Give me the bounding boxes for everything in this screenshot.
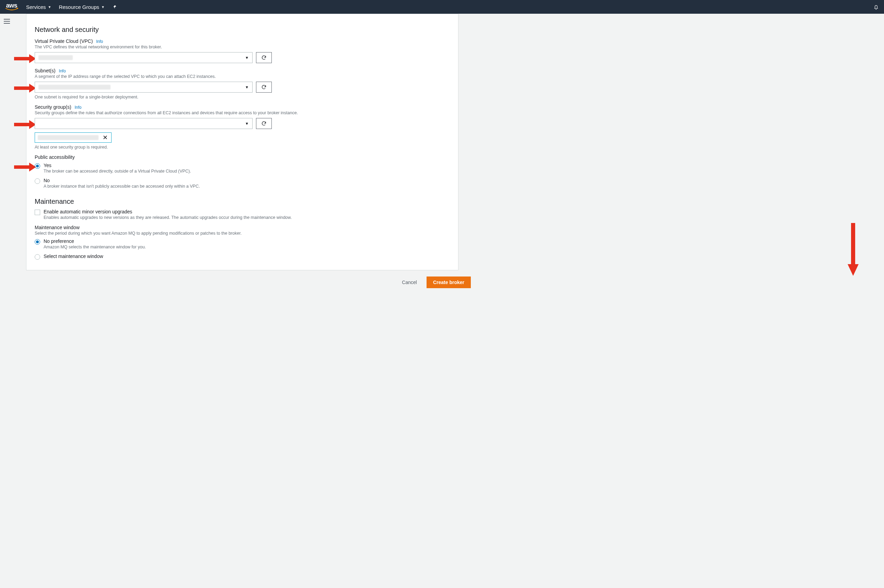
maint-nopref-desc: Amazon MQ selects the maintenance window…: [44, 244, 146, 249]
nav-services[interactable]: Services ▼: [26, 4, 51, 10]
subnet-info-link[interactable]: Info: [59, 69, 66, 74]
nav-resource-groups[interactable]: Resource Groups ▼: [59, 4, 104, 10]
pin-icon[interactable]: [112, 4, 117, 9]
sg-select[interactable]: ▼: [35, 118, 252, 129]
maint-nopref-label: No preference: [44, 238, 146, 244]
annotation-arrow-icon: [14, 83, 36, 93]
field-public-accessibility: Public accessibility Yes The broker can …: [35, 154, 450, 189]
chevron-down-icon: ▼: [101, 5, 105, 9]
field-security-group: Security group(s) Info Security groups d…: [35, 104, 450, 150]
nav-services-label: Services: [26, 4, 46, 10]
public-no-desc: A broker instance that isn't publicly ac…: [44, 184, 200, 189]
sg-label: Security group(s): [35, 104, 71, 110]
annotation-arrow-icon: [14, 54, 36, 64]
aws-logo[interactable]: aws: [5, 3, 18, 11]
section-network-security: Network and security: [35, 26, 450, 34]
nav-resource-groups-label: Resource Groups: [59, 4, 99, 10]
sg-refresh-button[interactable]: [256, 118, 272, 129]
subnet-value-redacted: [38, 85, 111, 90]
maint-nopref-radio[interactable]: [35, 239, 40, 244]
auto-upgrade-desc: Enables automatic upgrades to new versio…: [44, 215, 292, 220]
public-yes-label: Yes: [44, 163, 191, 168]
vpc-select[interactable]: ▼: [35, 52, 252, 63]
field-vpc: Virtual Private Cloud (VPC) Info The VPC…: [35, 38, 450, 63]
maint-window-desc: Select the period during which you want …: [35, 231, 450, 236]
config-panel: Network and security Virtual Private Clo…: [26, 14, 458, 270]
sg-info-link[interactable]: Info: [75, 105, 81, 110]
field-maintenance-window: Maintenance window Select the period dur…: [35, 225, 450, 260]
public-no-radio[interactable]: [35, 178, 40, 184]
top-nav: aws Services ▼ Resource Groups ▼: [0, 0, 884, 14]
public-no-label: No: [44, 178, 200, 183]
chevron-down-icon: ▼: [48, 5, 51, 9]
notifications-icon[interactable]: [873, 4, 879, 10]
maint-window-label: Maintenance window: [35, 225, 450, 230]
refresh-icon: [261, 55, 267, 60]
auto-upgrade-checkbox[interactable]: [35, 210, 40, 215]
chevron-down-icon: ▼: [245, 56, 249, 60]
chevron-down-icon: ▼: [245, 85, 249, 89]
field-subnet: Subnet(s) Info A segment of the IP addre…: [35, 68, 450, 99]
maint-select-window-radio[interactable]: [35, 254, 40, 260]
field-auto-upgrade: Enable automatic minor version upgrades …: [35, 209, 450, 220]
subnet-refresh-button[interactable]: [256, 82, 272, 93]
public-yes-radio[interactable]: [35, 163, 40, 169]
sg-chip: ✕: [35, 132, 111, 143]
vpc-label: Virtual Private Cloud (VPC): [35, 38, 93, 44]
footer-actions: Cancel Create broker: [26, 276, 472, 288]
hamburger-icon: [4, 19, 10, 24]
vpc-value-redacted: [38, 55, 73, 60]
refresh-icon: [261, 84, 267, 90]
chevron-down-icon: ▼: [245, 122, 249, 126]
public-label: Public accessibility: [35, 154, 450, 160]
vpc-refresh-button[interactable]: [256, 52, 272, 63]
subnet-label: Subnet(s): [35, 68, 56, 74]
sg-desc: Security groups define the rules that au…: [35, 111, 450, 115]
refresh-icon: [261, 121, 267, 126]
subnet-select[interactable]: ▼: [35, 82, 252, 93]
annotation-arrow-icon: [14, 119, 36, 130]
annotation-arrow-icon: [14, 162, 36, 172]
hamburger-menu[interactable]: [2, 16, 12, 26]
subnet-desc: A segment of the IP address range of the…: [35, 74, 450, 79]
section-maintenance: Maintenance: [35, 198, 450, 206]
vpc-desc: The VPC defines the virtual networking e…: [35, 45, 450, 50]
create-broker-button[interactable]: Create broker: [426, 276, 471, 288]
cancel-button[interactable]: Cancel: [398, 277, 421, 288]
vpc-info-link[interactable]: Info: [96, 39, 103, 44]
maint-select-window-label: Select maintenance window: [44, 254, 103, 259]
auto-upgrade-label: Enable automatic minor version upgrades: [44, 209, 292, 214]
sg-note: At least one security group is required.: [35, 145, 450, 150]
public-yes-desc: The broker can be accessed directly, out…: [44, 169, 191, 174]
subnet-note: One subnet is required for a single-brok…: [35, 94, 450, 99]
remove-chip-button[interactable]: ✕: [101, 135, 109, 141]
sg-chip-value-redacted: [38, 135, 99, 140]
